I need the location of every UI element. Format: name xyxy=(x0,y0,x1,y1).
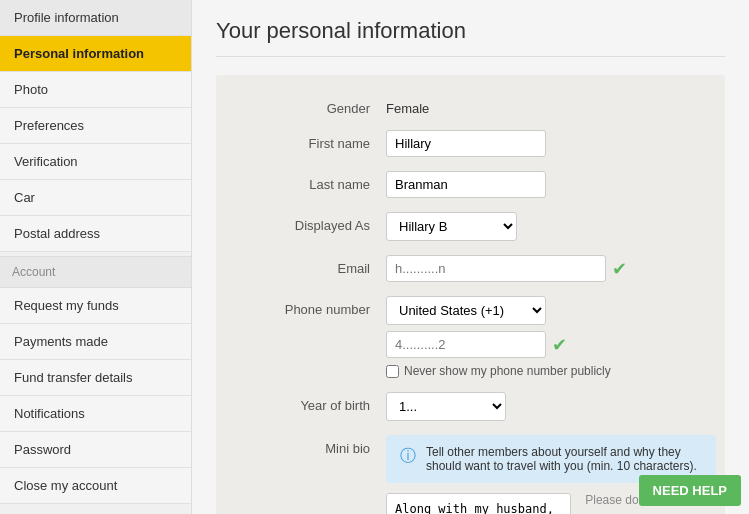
last-name-input[interactable] xyxy=(386,171,546,198)
phone-country-select[interactable]: United States (+1) xyxy=(386,296,546,325)
need-help-button[interactable]: NEED HELP xyxy=(639,475,741,506)
sidebar-item-payments-made[interactable]: Payments made xyxy=(0,324,191,360)
gender-label: Gender xyxy=(246,95,386,116)
last-name-field-wrapper xyxy=(386,171,695,198)
phone-verified-icon: ✔ xyxy=(552,334,567,356)
sidebar-item-personal-information[interactable]: Personal information xyxy=(0,36,191,72)
sidebar-item-postal-address[interactable]: Postal address xyxy=(0,216,191,252)
sidebar-item-verification[interactable]: Verification xyxy=(0,144,191,180)
displayed-as-label: Displayed As xyxy=(246,212,386,233)
year-of-birth-select[interactable]: 1... xyxy=(386,392,506,421)
email-verified-icon: ✔ xyxy=(612,258,627,280)
mini-bio-row: Mini bio ⓘ Tell other members about your… xyxy=(246,435,695,514)
year-of-birth-label: Year of birth xyxy=(246,392,386,413)
last-name-row: Last name xyxy=(246,171,695,198)
never-show-row: Never show my phone number publicly xyxy=(386,364,695,378)
email-label: Email xyxy=(246,255,386,276)
page-title: Your personal information xyxy=(216,18,725,57)
phone-field-wrapper: United States (+1) ✔ Never show my phone… xyxy=(386,296,695,378)
mini-bio-textarea[interactable]: Along with my husband, Justin, I'm a tra… xyxy=(386,493,571,514)
first-name-label: First name xyxy=(246,130,386,151)
phone-row: Phone number United States (+1) ✔ Never … xyxy=(246,296,695,378)
first-name-input[interactable] xyxy=(386,130,546,157)
year-of-birth-row: Year of birth 1... xyxy=(246,392,695,421)
email-input[interactable] xyxy=(386,255,606,282)
sidebar-item-preferences[interactable]: Preferences xyxy=(0,108,191,144)
sidebar-item-car[interactable]: Car xyxy=(0,180,191,216)
phone-number-input[interactable] xyxy=(386,331,546,358)
displayed-as-field-wrapper: Hillary B Hillary Branman xyxy=(386,212,695,241)
sidebar: Profile information Personal information… xyxy=(0,0,192,514)
sidebar-item-request-my-funds[interactable]: Request my funds xyxy=(0,288,191,324)
first-name-field-wrapper xyxy=(386,130,695,157)
gender-row: Gender Female xyxy=(246,95,695,116)
email-row: Email ✔ xyxy=(246,255,695,282)
sidebar-item-profile-information[interactable]: Profile information xyxy=(0,0,191,36)
sidebar-item-password[interactable]: Password xyxy=(0,432,191,468)
sidebar-group-header-account: Account xyxy=(0,256,191,288)
sidebar-item-close-my-account[interactable]: Close my account xyxy=(0,468,191,504)
email-field-wrapper: ✔ xyxy=(386,255,695,282)
form-container: Gender Female First name Last name Displ… xyxy=(216,75,725,514)
info-icon: ⓘ xyxy=(400,446,416,467)
first-name-row: First name xyxy=(246,130,695,157)
never-show-label: Never show my phone number publicly xyxy=(404,364,611,378)
phone-label: Phone number xyxy=(246,296,386,317)
displayed-as-row: Displayed As Hillary B Hillary Branman xyxy=(246,212,695,241)
mini-bio-info-text: Tell other members about yourself and wh… xyxy=(426,445,702,473)
sidebar-item-photo[interactable]: Photo xyxy=(0,72,191,108)
gender-value: Female xyxy=(386,95,695,116)
phone-input-row: United States (+1) ✔ xyxy=(386,296,695,358)
displayed-as-select[interactable]: Hillary B Hillary Branman xyxy=(386,212,517,241)
mini-bio-label: Mini bio xyxy=(246,435,386,456)
never-show-checkbox[interactable] xyxy=(386,365,399,378)
email-input-row: ✔ xyxy=(386,255,695,282)
last-name-label: Last name xyxy=(246,171,386,192)
main-content: Your personal information Gender Female … xyxy=(192,0,749,514)
year-of-birth-field-wrapper: 1... xyxy=(386,392,695,421)
sidebar-item-fund-transfer-details[interactable]: Fund transfer details xyxy=(0,360,191,396)
sidebar-item-notifications[interactable]: Notifications xyxy=(0,396,191,432)
